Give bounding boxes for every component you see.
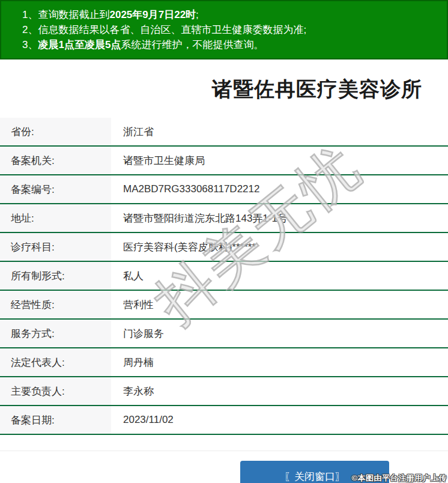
table-row: 所有制形式: 私人 [0,262,448,291]
page-title: 诸暨佐冉医疗美容诊所 [212,76,422,103]
table-row: 省份: 浙江省 [0,118,448,147]
field-label: 省份: [0,118,111,145]
field-value: 门诊服务 [111,320,448,347]
field-label: 法定代表人: [0,348,111,376]
table-row: 备案日期: 2023/11/02 [0,406,448,435]
table-row: 诊疗科目: 医疗美容科(美容皮肤科)****** [0,233,448,262]
footer-divider [0,451,448,451]
field-value: 营利性 [111,291,448,318]
field-value: 诸暨市卫生健康局 [111,147,448,174]
notice-text: ; [196,9,199,20]
field-value: 周丹楠 [111,348,448,376]
notice-line-3: 3、凌晨1点至凌晨5点系统进行维护，不能提供查询。 [22,37,441,52]
info-table: 省份: 浙江省 备案机关: 诸暨市卫生健康局 备案编号: MA2BD7RG333… [0,118,448,435]
field-value: 私人 [111,262,448,290]
field-label: 备案编号: [0,175,111,203]
field-label: 主要负责人: [0,377,111,405]
field-value: 2023/11/02 [111,406,448,434]
field-value: MA2BD7RG333068117D2212 [111,175,448,203]
table-row: 法定代表人: 周丹楠 [0,348,448,377]
field-label: 诊疗科目: [0,233,111,261]
table-row: 地址: 诸暨市暨阳街道浣东北路143弄1-1号 [0,204,448,233]
notice-text: 系统进行维护，不能提供查询。 [121,39,264,50]
notice-bold-text: 凌晨1点至凌晨5点 [38,39,121,50]
notice-line-1: 1、查询数据截止到2025年9月7日22时; [22,7,441,22]
field-label: 所有制形式: [0,262,111,290]
table-row: 主要负责人: 李永称 [0,377,448,406]
notice-line-2: 2、信息数据结果以各省、自治区、直辖市卫生健康委数据为准; [22,22,441,37]
notice-text: 2、信息数据结果以各省、自治区、直辖市卫生健康委数据为准; [22,24,306,35]
notice-bold-text: 2025年9月7日22时 [109,9,196,20]
notice-text: 1、查询数据截止到 [22,9,109,20]
field-label: 服务方式: [0,320,111,347]
field-label: 经营性质: [0,291,111,318]
field-value: 李永称 [111,377,448,405]
field-value: 诸暨市暨阳街道浣东北路143弄1-1号 [111,204,448,232]
copyright-overlay: ©本图由平台注册用户上传 [351,473,447,483]
table-row: 备案机关: 诸暨市卫生健康局 [0,147,448,175]
field-label: 备案机关: [0,147,111,174]
table-row: 服务方式: 门诊服务 [0,320,448,348]
field-label: 备案日期: [0,406,111,434]
field-value: 医疗美容科(美容皮肤科)****** [111,233,448,261]
notice-banner: 1、查询数据截止到2025年9月7日22时; 2、信息数据结果以各省、自治区、直… [0,0,448,59]
table-row: 经营性质: 营利性 [0,291,448,320]
table-row: 备案编号: MA2BD7RG333068117D2212 [0,175,448,204]
field-label: 地址: [0,204,111,232]
notice-text: 3、 [22,39,38,50]
field-value: 浙江省 [111,118,448,145]
title-area: 诸暨佐冉医疗美容诊所 [0,59,448,103]
